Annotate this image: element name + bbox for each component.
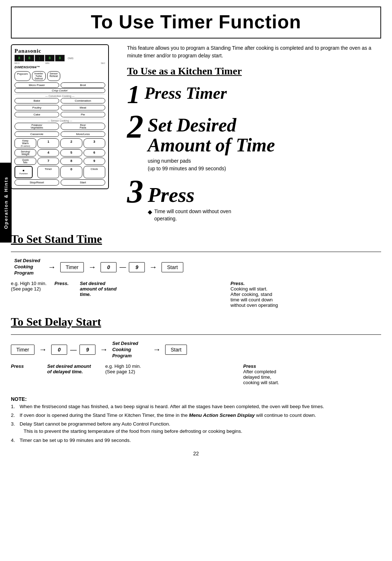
stand-nine-box: 9 xyxy=(129,262,145,272)
casserole-button: Casserole xyxy=(15,131,59,137)
potatoes-vegetables-button: Potatoes/Vegetables xyxy=(15,123,59,130)
stand-start-box: Start xyxy=(162,262,183,272)
display-seg-5: 8 xyxy=(55,55,65,61)
delay-arrow-3: → xyxy=(153,345,161,354)
quick-min-button: QuickMin xyxy=(15,158,36,165)
delay-start-flow: Timer → 0 — 9 → Set DesiredCookingProgra… xyxy=(11,341,381,359)
combination-button: Combination xyxy=(61,98,105,103)
kitchen-timer-heading: To Use as a Kitchen Timer xyxy=(127,65,381,77)
delay-desc-3: e.g. High 10 min.(See page 12) xyxy=(105,363,243,374)
crisp-cookin-label: Crisp Cookin' xyxy=(15,88,105,93)
stand-flow-program-label: Set DesiredCookingProgram xyxy=(14,258,40,276)
note-3-text: Delay Start cannot be programmed before … xyxy=(20,420,242,435)
delay-arrow-2: → xyxy=(100,345,108,354)
step-2-number: 2 xyxy=(127,110,143,143)
num-4-button: 4 xyxy=(37,149,59,156)
microwave-brand: Panasonic xyxy=(15,48,105,54)
stand-time-heading: To Set Stand Time xyxy=(11,232,381,246)
note-1: 1. When the first/second stage has finis… xyxy=(11,403,381,410)
num-0-button: 0 xyxy=(60,166,82,178)
btn-row-2: Micro Power Broil xyxy=(15,82,105,88)
serving-weight-button: Serving/Weight xyxy=(15,149,36,156)
btn-row-1: Popcorn InverterTurboDefrost SensorRehea… xyxy=(15,71,105,81)
numpad-area: KeepWarm(5-series) 1 2 3 Serving/Weight … xyxy=(15,138,105,178)
keep-warm-button: KeepWarm(5-series) xyxy=(15,138,36,148)
instructions-panel: This feature allows you to program a Sta… xyxy=(127,44,381,225)
start-button-mw: Start xyxy=(61,179,105,186)
dimension-label: DIMENSION4™ xyxy=(15,65,105,69)
btn-row-7: Casserole More/Less xyxy=(15,131,105,137)
stand-time-section: To Set Stand Time Set DesiredCookingProg… xyxy=(11,232,381,308)
stand-dash: — xyxy=(119,263,126,271)
timer-button-mw: Timer xyxy=(37,166,59,178)
step-1: 1 Press Timer xyxy=(127,81,381,107)
bake-button: Bake xyxy=(15,98,59,103)
note-4-text: Timer can be set up to 99 minutes and 99… xyxy=(20,437,131,444)
page-header: To Use Timer Function xyxy=(11,7,381,38)
delay-desc-4: PressAfter completeddelayed time,cooking… xyxy=(243,363,381,385)
delay-start-box: Start xyxy=(165,345,187,355)
num-1-button: 1 xyxy=(37,138,59,148)
note-2-text: If oven door is opened during the Stand … xyxy=(20,412,316,419)
stand-desc-4: Press.Cooking will start.After cooking, … xyxy=(230,281,381,308)
step-2-text: Set DesiredAmount of Time xyxy=(148,113,275,155)
btn-row-3: Bake Combination xyxy=(15,98,105,103)
stand-zero-box: 0 xyxy=(101,262,117,272)
cake-button: Cake xyxy=(15,112,59,117)
num-2-button: 2 xyxy=(60,138,82,148)
convection-label: — Convection Cooking — xyxy=(15,94,105,97)
stand-timer-box: Timer xyxy=(60,262,84,272)
btn-row-5: Cake Pie xyxy=(15,112,105,117)
note-4-num: 4. xyxy=(11,437,20,444)
step-2: 2 Set DesiredAmount of Time using number… xyxy=(127,110,381,172)
num-6-button: 6 xyxy=(83,149,105,156)
step-3-note: ◆ Time will count down without ovenopera… xyxy=(148,208,231,222)
microwave-display: 8 8 : 8 8 OMS xyxy=(15,55,105,61)
meat-button: Meat xyxy=(61,105,105,110)
delay-start-divider xyxy=(11,334,381,335)
microwave-diagram: Panasonic 8 8 : 8 8 OMS MCOMI xyxy=(11,44,116,225)
display-seg-2: 8 xyxy=(25,55,34,61)
step-1-text: Press Timer xyxy=(144,81,227,103)
note-2: 2. If oven door is opened during the Sta… xyxy=(11,412,381,419)
stand-arrow-3: → xyxy=(149,263,157,272)
note-3: 3. Delay Start cannot be programmed befo… xyxy=(11,420,381,435)
stop-reset-button: Stop/Reset xyxy=(15,179,59,186)
pie-button: Pie xyxy=(61,112,105,117)
step-3-text: Press xyxy=(148,180,231,207)
stand-time-descriptions: e.g. High 10 min.(See page 12) Press. Se… xyxy=(11,281,381,308)
rice-pasta-button: Rice/Pasta xyxy=(61,123,105,130)
stand-arrow-1: → xyxy=(48,263,56,272)
note-1-num: 1. xyxy=(11,403,20,410)
note-2-num: 2. xyxy=(11,412,20,419)
step-3-note-text: Time will count down without ovenoperati… xyxy=(154,208,231,222)
stand-desc-2: Press. xyxy=(54,281,80,286)
stand-desc-3: Set desiredamount of standtime. xyxy=(80,281,230,297)
micro-power-button: Micro Power xyxy=(15,82,59,88)
delay-arrow-1: → xyxy=(39,345,47,354)
delay-desc-2: Set desired amountof delayed time. xyxy=(47,363,105,374)
feature-description: This feature allows you to program a Sta… xyxy=(127,44,381,60)
delay-dash: — xyxy=(70,346,77,354)
page-number: 22 xyxy=(11,451,381,456)
note-1-text: When the first/second stage has finished… xyxy=(20,403,324,410)
poultry-button: Poultry xyxy=(15,105,59,110)
notes-section: NOTE: 1. When the first/second stage has… xyxy=(11,395,381,444)
notes-title: NOTE: xyxy=(11,395,381,403)
delay-start-descriptions: Press Set desired amountof delayed time.… xyxy=(11,363,381,385)
delay-desc-1: Press xyxy=(11,363,47,369)
top-section: Panasonic 8 8 : 8 8 OMS MCOMI xyxy=(11,44,381,225)
page-title: To Use Timer Function xyxy=(12,11,380,33)
bottom-btn-row: Stop/Reset Start xyxy=(15,179,105,186)
step-3: 3 Press ◆ Time will count down without o… xyxy=(127,175,381,222)
inverter-turbo-defrost-button: InverterTurboDefrost xyxy=(32,71,46,81)
btn-row-6: Potatoes/Vegetables Rice/Pasta xyxy=(15,123,105,130)
delay-zero-box: 0 xyxy=(51,345,67,355)
delay-nine-box: 9 xyxy=(79,345,95,355)
display-seg-3: : xyxy=(35,55,44,61)
note-3-num: 3. xyxy=(11,420,20,435)
num-3-button: 3 xyxy=(83,138,105,148)
num-7-button: 7 xyxy=(37,158,59,165)
delay-timer-box: Timer xyxy=(11,345,34,355)
stand-time-flow: Set DesiredCookingProgram → Timer → 0 — … xyxy=(11,258,381,276)
